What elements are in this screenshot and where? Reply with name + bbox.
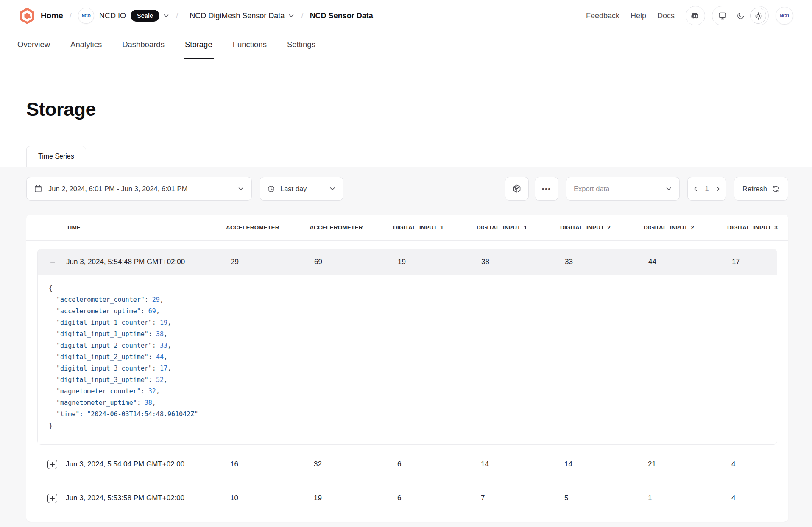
home-link[interactable]: Home [41,11,63,20]
column-header: DIGITAL_INPUT_2_... [644,224,727,231]
chevron-down-icon [665,185,672,192]
row-timestamp: Jun 3, 2024, 5:54:48 PM GMT+02:00 [66,258,185,266]
theme-light-button[interactable] [750,8,766,24]
row-value: 14 [560,460,644,468]
row-timestamp: Jun 3, 2024, 5:53:58 PM GMT+02:00 [66,494,184,502]
time-series-table: TIMEACCELEROMETER_...ACCELEROMETER_...DI… [26,215,788,522]
json-number: 69 [148,307,156,315]
table-row: Jun 3, 2024, 5:54:48 PM GMT+02:002969193… [38,249,777,275]
json-key: "digital_input_2_counter" [56,342,152,349]
more-actions-button[interactable]: ••• [535,177,558,201]
project-switcher-chevron-down-icon[interactable] [288,12,295,19]
row-value: 32 [310,460,393,468]
column-header: ACCELEROMETER_... [310,224,393,231]
row-value: 10 [226,494,310,502]
docs-link[interactable]: Docs [657,11,675,20]
help-link[interactable]: Help [631,11,646,20]
nav-tab-settings[interactable]: Settings [286,31,317,59]
row-value: 33 [561,258,644,266]
date-range-picker[interactable]: Jun 2, 2024, 6:01 PM - Jun 3, 2024, 6:01… [26,177,252,201]
theme-dark-button[interactable] [731,7,749,25]
row-value: 4 [727,494,788,502]
breadcrumb-separator: / [301,11,303,20]
breadcrumb-org[interactable]: NCD IO [99,11,126,20]
row-value: 17 [728,258,777,266]
primary-nav: Overview Analytics Dashboards Storage Fu… [0,31,812,59]
json-number: 19 [160,319,167,326]
data-cube-button[interactable] [505,177,529,201]
breadcrumb-separator: / [176,11,178,20]
discord-button[interactable] [686,6,705,25]
column-header: ACCELEROMETER_... [226,224,310,231]
json-key: "time" [56,410,79,418]
main-content: Storage Time Series Jun 2, 2024, 6:01 PM… [0,98,812,527]
breadcrumb-project[interactable]: NCD DigiMesh Sensor Data [190,11,285,20]
theme-system-button[interactable] [714,7,731,25]
expand-row-button[interactable] [47,494,57,503]
json-number: 17 [160,365,167,372]
row-value: 5 [560,494,644,502]
json-key: "digital_input_3_uptime" [56,376,148,384]
clock-icon [267,185,275,193]
nav-tab-analytics[interactable]: Analytics [69,31,103,59]
cube-icon [512,184,522,193]
json-key: "accelerometer_uptime" [56,307,141,315]
json-number: 32 [148,388,156,395]
nav-tab-dashboards[interactable]: Dashboards [121,31,166,59]
discord-icon [691,11,700,20]
date-range-value: Jun 2, 2024, 6:01 PM - Jun 3, 2024, 6:01… [48,185,187,193]
row-value: 38 [477,258,561,266]
export-data-label: Export data [574,185,609,193]
refresh-button[interactable]: Refresh [734,177,788,201]
nav-tab-storage[interactable]: Storage [184,31,214,59]
json-key: "magnetometer_counter" [56,388,141,395]
refresh-label: Refresh [742,185,767,193]
chevron-down-icon [237,185,244,192]
time-cell: Jun 3, 2024, 5:54:48 PM GMT+02:00 [38,257,226,267]
json-number: 52 [156,376,164,384]
export-data-select[interactable]: Export data [566,177,680,201]
json-number: 38 [156,330,164,338]
table-body: Jun 3, 2024, 5:54:48 PM GMT+02:002969193… [26,249,788,515]
breadcrumb-resource: NCD Sensor Data [310,11,373,20]
table-row: Jun 3, 2024, 5:53:58 PM GMT+02:001019675… [26,481,788,515]
page-next-button[interactable] [715,186,721,192]
nav-tab-functions[interactable]: Functions [232,31,268,59]
row-value: 4 [727,460,788,468]
row-value: 6 [393,460,477,468]
calendar-icon [34,184,42,193]
expanded-row-group: Jun 3, 2024, 5:54:48 PM GMT+02:002969193… [37,249,777,445]
row-value: 1 [644,494,727,502]
pagination: 1 [687,177,726,201]
expand-row-button[interactable] [47,460,57,469]
page-prev-button[interactable] [692,186,699,192]
storage-panel: Jun 2, 2024, 6:01 PM - Jun 3, 2024, 6:01… [0,167,812,527]
plan-badge: Scale [131,10,159,22]
tab-time-series[interactable]: Time Series [26,146,86,167]
row-value: 44 [644,258,728,266]
org-switcher-chevron-down-icon[interactable] [163,12,170,19]
sun-icon [754,12,762,20]
time-cell: Jun 3, 2024, 5:53:58 PM GMT+02:00 [26,494,226,503]
user-avatar[interactable]: NCD [776,7,793,25]
quick-range-select[interactable]: Last day [260,177,343,201]
golioth-logo-icon[interactable] [19,7,36,24]
row-value: 14 [477,460,560,468]
quick-range-value: Last day [280,185,307,193]
collapse-row-button[interactable] [48,257,58,267]
org-avatar[interactable]: NCD [78,8,94,24]
page-number: 1 [705,185,709,192]
row-value: 19 [393,258,477,266]
refresh-icon [772,185,780,193]
nav-tab-overview[interactable]: Overview [16,31,51,59]
top-header: Home / NCD NCD IO Scale / NCD DigiMesh S… [0,0,812,31]
json-number: 44 [156,353,164,361]
json-number: 38 [145,399,152,407]
time-cell: Jun 3, 2024, 5:54:04 PM GMT+02:00 [26,460,226,469]
ncd-logo-icon: NCD [82,14,91,18]
moon-icon [737,12,745,20]
json-key: "accelerometer_counter" [56,296,145,304]
json-string: "2024-06-03T14:54:48.961042Z" [87,410,198,418]
feedback-link[interactable]: Feedback [586,11,619,20]
json-key: "digital_input_3_counter" [56,365,152,372]
